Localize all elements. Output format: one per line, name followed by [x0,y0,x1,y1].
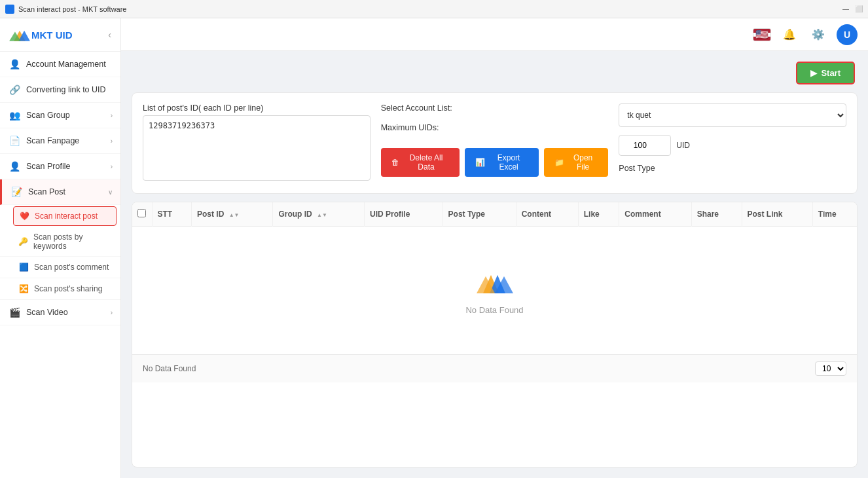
minimize-btn[interactable]: — [842,5,850,13]
sidebar-item-label: Scan Post [28,187,108,196]
col-time: Time [812,202,857,227]
start-button[interactable]: ▶ Start [796,62,855,84]
start-button-label: Start [821,68,841,78]
page-size-select[interactable]: 10 [815,361,846,376]
account-column: Select Account List: Maximum UIDs: 🗑 Del… [381,103,609,177]
logo-icon [8,25,31,45]
titlebar-title: Scan interact post - MKT software [18,5,126,13]
empty-state-logo [475,266,515,297]
sidebar-item-label: Scan Video [26,308,111,317]
logo-text: MKT UID [31,29,73,41]
account-management-icon: 👤 [8,58,21,71]
results-table: STT Post ID ▲▼ Group ID ▲▼ [132,202,857,354]
table-section: STT Post ID ▲▼ Group ID ▲▼ [132,202,858,468]
sidebar-item-label: Scan Profile [26,162,111,171]
col-post-link: Post Link [742,202,812,227]
user-avatar[interactable]: U [837,24,858,45]
svg-rect-0 [5,5,14,14]
col-comment: Comment [619,202,691,227]
notification-bell-btn[interactable]: 🔔 [779,24,800,45]
sub-item-label: Scan post's sharing [34,284,102,293]
scan-fanpage-icon: 📄 [8,134,21,147]
titlebar-app-icon [5,5,14,14]
col-post-id: Post ID ▲▼ [192,202,273,227]
start-btn-container: ▶ Start [132,62,858,84]
settings-gear-btn[interactable]: ⚙️ [808,24,829,45]
col-content: Content [516,202,578,227]
sidebar-logo-area: MKT UID ‹ [0,18,120,52]
sidebar-subitem-scan-post-sharing[interactable]: 🔀 Scan post's sharing [0,278,120,300]
scan-profile-icon: 👤 [8,160,21,173]
export-excel-label: Export Excel [489,153,528,172]
table-body: No Data Found [132,227,857,355]
folder-icon: 📁 [554,158,564,167]
uid-suffix: UID [676,141,690,150]
open-file-label: Open File [568,153,598,172]
sort-icon: ▲▼ [317,212,327,218]
col-group-id: Group ID ▲▼ [273,202,365,227]
sidebar-item-account-management[interactable]: 👤 Account Management [0,52,120,77]
select-all-checkbox[interactable] [137,209,146,217]
open-file-button[interactable]: 📁 Open File [544,148,609,177]
sidebar: MKT UID ‹ 👤 Account Management 🔗 Convert… [0,18,121,478]
chevron-right-icon: › [111,309,113,316]
main-content: ▶ Start List of post's ID( each ID per l… [121,51,868,478]
post-type-label: Post Type [619,164,846,173]
select-account-group: Select Account List: [381,103,609,115]
sub-item-label: Scan interact post [35,211,98,221]
sort-icon: ▲▼ [229,212,240,218]
converting-link-icon: 🔗 [8,83,21,96]
app-header: 🇺🇸 🔔 ⚙️ U [121,18,868,51]
max-uid-input[interactable] [619,135,671,156]
table-footer: No Data Found 10 [132,354,857,382]
sidebar-item-label: Scan Fanpage [26,136,111,145]
max-uid-group: Maximum UIDs: [381,123,609,135]
col-share: Share [691,202,742,227]
chevron-down-icon: ∨ [108,189,113,196]
action-buttons: 🗑 Delete All Data 📊 Export Excel 📁 Open … [381,148,609,177]
delete-icon: 🗑 [391,158,399,167]
scan-group-icon: 👥 [8,109,21,122]
sidebar-item-scan-video[interactable]: 🎬 Scan Video › [0,300,120,325]
account-select[interactable]: tk quet [619,103,846,127]
right-column: tk quet UID Post Type [619,103,846,175]
export-excel-button[interactable]: 📊 Export Excel [465,148,538,177]
key-icon: 🔑 [18,236,28,247]
sidebar-item-scan-group[interactable]: 👥 Scan Group › [0,103,120,128]
empty-state: No Data Found [132,227,857,354]
uid-row: UID [619,135,846,156]
sidebar-subitem-scan-post-comment[interactable]: 🟦 Scan post's comment [0,257,120,278]
delete-all-button[interactable]: 🗑 Delete All Data [381,148,460,177]
sidebar-subitem-scan-posts-keywords[interactable]: 🔑 Scan posts by keywords [0,227,120,257]
sidebar-item-label: Converting link to UID [26,85,113,94]
col-post-type: Post Type [443,202,516,227]
sidebar-collapse-btn[interactable]: ‹ [107,28,113,41]
sidebar-item-scan-post[interactable]: 📝 Scan Post ∨ [0,179,120,205]
sidebar-item-converting-link[interactable]: 🔗 Converting link to UID [0,77,120,103]
sidebar-subitem-scan-interact-post[interactable]: ❤️ Scan interact post [13,206,117,226]
titlebar: Scan interact post - MKT software — ⬜ [0,0,868,18]
account-select-group: tk quet [619,103,846,127]
sidebar-item-label: Scan Group [26,111,111,120]
comment-icon: 🟦 [18,262,29,272]
heart-icon: ❤️ [19,211,29,221]
sidebar-item-scan-fanpage[interactable]: 📄 Scan Fanpage › [0,128,120,154]
table-header-row: STT Post ID ▲▼ Group ID ▲▼ [132,202,857,227]
post-list-label: List of post's ID( each ID per line) [143,103,371,113]
delete-all-label: Delete All Data [403,153,450,172]
footer-no-data-text: No Data Found [143,364,196,373]
table-wrapper: STT Post ID ▲▼ Group ID ▲▼ [132,202,857,354]
sub-item-label: Scan posts by keywords [33,232,113,251]
chevron-right-icon: › [111,138,113,145]
empty-state-text: No Data Found [465,305,523,315]
scan-post-icon: 📝 [10,185,23,198]
share-icon: 🔀 [18,284,29,294]
sidebar-item-scan-profile[interactable]: 👤 Scan Profile › [0,154,120,179]
col-stt: STT [152,202,192,227]
start-play-icon: ▶ [810,68,817,78]
post-id-textarea[interactable]: 12983719236373 [143,115,371,181]
maximize-btn[interactable]: ⬜ [855,5,863,13]
sub-item-label: Scan post's comment [34,263,109,272]
language-flag[interactable]: 🇺🇸 [753,28,771,41]
chevron-right-icon: › [111,163,113,170]
